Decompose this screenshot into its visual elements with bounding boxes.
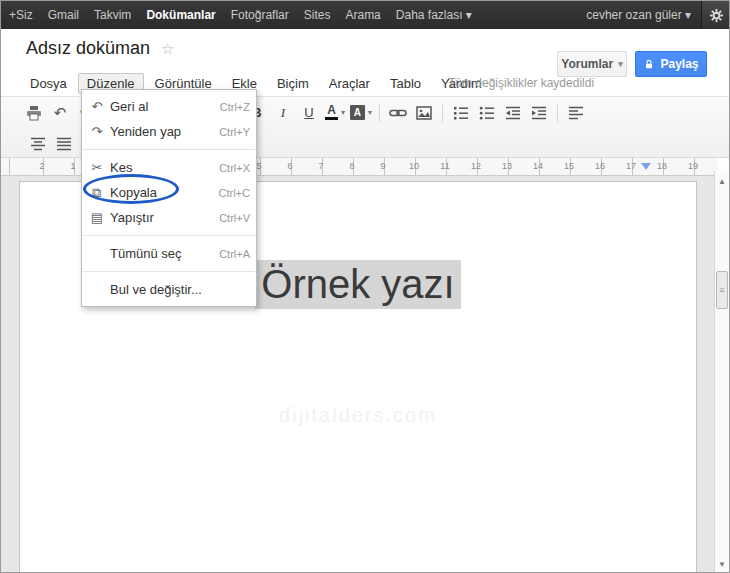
undo-button[interactable]: ↶ xyxy=(48,101,72,125)
scrollbar-thumb[interactable]: ≡ xyxy=(716,271,728,309)
selected-text[interactable]: Örnek yazı xyxy=(255,260,460,309)
topbar-nav-item[interactable]: Fotoğraflar xyxy=(231,8,289,22)
scroll-up-button[interactable]: ▲ xyxy=(715,173,729,189)
menu-item-label: Tümünü seç xyxy=(108,246,211,261)
topbar-nav-item[interactable]: Arama xyxy=(345,8,380,22)
align-left-icon xyxy=(568,106,584,120)
right-indent-marker[interactable] xyxy=(641,163,651,170)
ruler-number: 1 xyxy=(70,161,75,171)
menu-item[interactable]: ▤ Yapıştır Ctrl+V xyxy=(82,205,256,230)
menu-item-label: Geri al xyxy=(108,99,212,114)
insert-link-button[interactable] xyxy=(386,101,410,125)
topbar-nav-item[interactable]: +Siz xyxy=(9,8,33,22)
menu-item-label: Bul ve değiştir... xyxy=(108,282,242,297)
ruler-number: 19 xyxy=(688,161,698,171)
menubar-item[interactable]: Araçlar xyxy=(320,73,379,94)
ruler-number: 6 xyxy=(287,161,292,171)
menubar-item[interactable]: Dosya xyxy=(21,73,76,94)
ruler-number: 13 xyxy=(502,161,512,171)
menu-item-icon: ↶ xyxy=(86,99,108,114)
menu-item[interactable]: ✂ Kes Ctrl+X xyxy=(82,155,256,180)
menu-item-shortcut: Ctrl+V xyxy=(211,212,250,224)
numbered-list-button[interactable] xyxy=(449,101,473,125)
account-menu[interactable]: cevher ozan güler ▾ xyxy=(586,8,691,22)
topbar-nav-item[interactable]: Takvim xyxy=(94,8,131,22)
decrease-indent-button[interactable] xyxy=(501,101,525,125)
ruler-number: 2 xyxy=(39,161,44,171)
comments-button-label: Yorumlar xyxy=(561,57,613,71)
save-status: Tüm değişiklikler kaydedildi xyxy=(448,76,594,90)
image-icon xyxy=(416,106,432,120)
toolbar-separator xyxy=(379,104,380,122)
settings-gear-button[interactable] xyxy=(701,1,730,29)
topbar-nav-item[interactable]: Dokümanlar xyxy=(146,8,215,22)
align-center-icon xyxy=(30,137,46,151)
edit-menu: ↶ Geri al Ctrl+Z ↷ Yeniden yap Ctrl+Y ✂ … xyxy=(81,89,257,307)
vertical-scrollbar[interactable]: ▲ ≡ ▼ xyxy=(714,171,729,573)
menu-item[interactable] xyxy=(83,235,255,236)
ruler-number: 15 xyxy=(564,161,574,171)
menu-item-label: Kopyala xyxy=(108,185,211,200)
watermark-text: dijitalders.com xyxy=(20,404,696,427)
menu-item-label: Yapıştır xyxy=(108,210,211,225)
topbar-right: cevher ozan güler ▾ xyxy=(586,1,730,29)
gear-icon xyxy=(709,8,724,23)
bulleted-list-button[interactable] xyxy=(475,101,499,125)
menu-item-shortcut: Ctrl+C xyxy=(211,187,250,199)
bulleted-list-icon xyxy=(479,106,495,120)
align-justify-icon xyxy=(56,137,72,151)
menu-item[interactable]: Tümünü seç Ctrl+A xyxy=(82,241,256,266)
italic-button[interactable]: I xyxy=(271,101,295,125)
topbar-nav-item[interactable]: Gmail xyxy=(48,8,79,22)
ruler-number: 7 xyxy=(318,161,323,171)
topbar-nav-item[interactable]: Daha fazlası ▾ xyxy=(396,8,472,22)
numbered-list-icon xyxy=(453,106,469,120)
google-topbar: +Siz Gmail Takvim Dokümanlar Fotoğraflar… xyxy=(1,1,730,29)
ruler-number: 11 xyxy=(440,161,449,171)
menu-item-shortcut: Ctrl+Z xyxy=(212,101,250,113)
menu-item-icon: ✂ xyxy=(86,160,108,175)
ruler-number: 9 xyxy=(380,161,385,171)
align-left-button[interactable] xyxy=(564,101,588,125)
align-justify-button[interactable] xyxy=(52,132,76,156)
document-header: Adsız doküman ☆ Yorumlar ▾ Paylaş Dosya … xyxy=(1,29,730,96)
ruler-number: 17 xyxy=(626,161,636,171)
menu-item[interactable]: ⧉ Kopyala Ctrl+C xyxy=(82,180,256,205)
ruler-number: 18 xyxy=(657,161,667,171)
document-title[interactable]: Adsız doküman xyxy=(26,38,150,59)
menu-item-shortcut: Ctrl+Y xyxy=(211,126,250,138)
google-services-nav: +Siz Gmail Takvim Dokümanlar Fotoğraflar… xyxy=(1,8,487,22)
menu-item[interactable]: ↷ Yeniden yap Ctrl+Y xyxy=(82,119,256,144)
comments-button[interactable]: Yorumlar ▾ xyxy=(557,51,627,77)
toolbar-separator xyxy=(557,104,558,122)
chevron-down-icon: ▾ xyxy=(368,108,372,117)
scroll-down-button[interactable]: ▼ xyxy=(715,556,729,572)
print-button[interactable] xyxy=(22,101,46,125)
share-button[interactable]: Paylaş xyxy=(635,51,707,77)
menu-item-label: Yeniden yap xyxy=(108,124,211,139)
increase-indent-button[interactable] xyxy=(527,101,551,125)
underline-button[interactable]: U xyxy=(297,101,321,125)
chevron-down-icon: ▾ xyxy=(341,108,345,117)
title-row: Adsız doküman ☆ Yorumlar ▾ Paylaş xyxy=(1,29,730,69)
highlight-color-button[interactable]: A ▾ xyxy=(349,101,373,125)
menubar-item[interactable]: Tablo xyxy=(381,73,430,94)
lock-icon xyxy=(643,58,655,71)
menu-item[interactable]: Bul ve değiştir... xyxy=(82,277,256,302)
star-favorite-icon[interactable]: ☆ xyxy=(161,40,174,58)
insert-image-button[interactable] xyxy=(412,101,436,125)
menu-item[interactable] xyxy=(83,149,255,150)
google-docs-window: +Siz Gmail Takvim Dokümanlar Fotoğraflar… xyxy=(0,0,730,573)
topbar-nav-item[interactable]: Sites xyxy=(304,8,331,22)
menu-item-label: Kes xyxy=(108,160,211,175)
ruler-number: 8 xyxy=(349,161,354,171)
chevron-down-icon: ▾ xyxy=(618,59,623,69)
menubar-item[interactable]: Biçim xyxy=(268,73,318,94)
menu-item[interactable] xyxy=(83,271,255,272)
align-center-button[interactable] xyxy=(26,132,50,156)
text-color-button[interactable]: A ▾ xyxy=(323,101,347,125)
share-button-label: Paylaş xyxy=(660,57,698,71)
ruler-number: 10 xyxy=(409,161,419,171)
menu-item[interactable]: ↶ Geri al Ctrl+Z xyxy=(82,94,256,119)
ruler-number: 12 xyxy=(471,161,481,171)
